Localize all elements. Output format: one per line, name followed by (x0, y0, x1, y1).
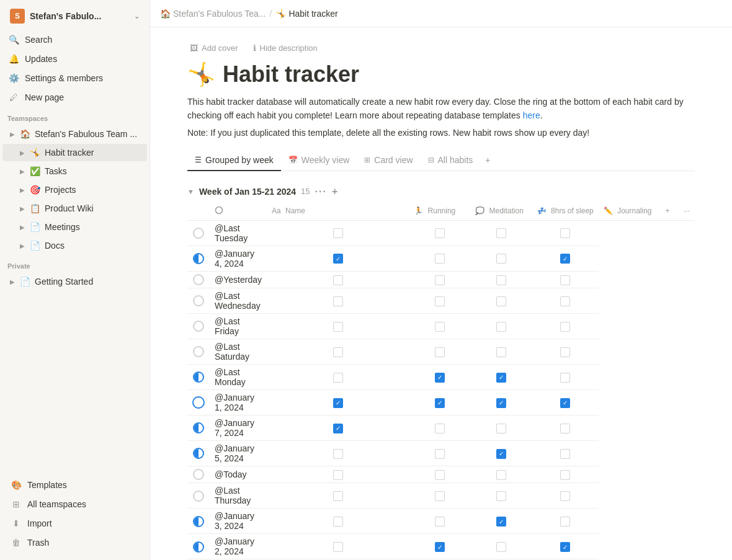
sidebar-item-updates[interactable]: 🔔 Updates (2, 50, 147, 68)
habit-cell[interactable] (409, 339, 470, 365)
row-name-cell[interactable]: @January 4, 2024 (210, 246, 267, 271)
checkbox-unchecked[interactable] (560, 449, 570, 459)
habit-cell[interactable] (409, 288, 470, 314)
row-name-cell[interactable]: @Last Wednesday (210, 288, 267, 314)
habit-cell[interactable] (470, 246, 532, 271)
group-options-button[interactable]: ··· (315, 186, 327, 197)
checkbox-checked[interactable] (333, 254, 343, 264)
hide-description-button[interactable]: ℹ Hide description (251, 42, 320, 54)
checkbox-unchecked[interactable] (333, 470, 343, 480)
checkbox-unchecked[interactable] (496, 424, 506, 433)
row-circle[interactable] (187, 534, 210, 559)
habit-cell[interactable] (409, 390, 470, 416)
checkbox-unchecked[interactable] (560, 491, 570, 501)
checkbox-checked[interactable] (496, 449, 506, 459)
row-name-cell[interactable]: @January 2, 2024 (210, 534, 267, 559)
habit-cell[interactable] (409, 441, 470, 466)
sidebar-item-product[interactable]: ▶ 📋 Product Wiki (2, 200, 147, 217)
checkbox-checked[interactable] (435, 398, 445, 408)
habit-cell[interactable] (532, 509, 599, 534)
habit-cell[interactable] (532, 534, 599, 559)
checkbox-unchecked[interactable] (333, 491, 343, 501)
habit-cell[interactable] (409, 314, 470, 339)
checkbox-unchecked[interactable] (435, 347, 445, 357)
habit-cell[interactable] (267, 246, 409, 271)
workspace-button[interactable]: S Stefan's Fabulo... ⌄ (5, 5, 145, 27)
habit-cell[interactable] (470, 390, 532, 416)
habit-cell[interactable] (532, 220, 599, 246)
row-circle[interactable] (187, 390, 210, 416)
habit-cell[interactable] (470, 416, 532, 441)
checkbox-unchecked[interactable] (333, 373, 343, 383)
checkbox-checked[interactable] (560, 254, 570, 264)
habit-cell[interactable] (267, 509, 409, 534)
tab-weekly-view[interactable]: 📅 Weekly view (281, 150, 357, 171)
checkbox-unchecked[interactable] (496, 296, 506, 306)
sidebar-item-trash[interactable]: 🗑 Trash (5, 533, 145, 552)
habit-cell[interactable] (470, 441, 532, 466)
tab-all-habits[interactable]: ⊟ All habits (421, 150, 481, 171)
habit-cell[interactable] (470, 271, 532, 288)
checkbox-unchecked[interactable] (496, 228, 506, 238)
sidebar-item-search[interactable]: 🔍 Search (2, 30, 147, 49)
habit-cell[interactable] (267, 339, 409, 365)
tab-card-view[interactable]: ⊞ Card view (357, 150, 420, 171)
checkbox-checked[interactable] (333, 398, 343, 408)
checkbox-unchecked[interactable] (496, 491, 506, 501)
row-name-cell[interactable]: @Last Friday (210, 314, 267, 339)
row-name-cell[interactable]: @January 7, 2024 (210, 416, 267, 441)
row-circle[interactable] (187, 466, 210, 483)
habit-cell[interactable] (470, 339, 532, 365)
habit-cell[interactable] (267, 390, 409, 416)
checkbox-unchecked[interactable] (435, 322, 445, 332)
habit-cell[interactable] (267, 441, 409, 466)
row-name-cell[interactable]: @Today (210, 466, 267, 483)
row-circle[interactable] (187, 271, 210, 288)
habit-cell[interactable] (532, 339, 599, 365)
th-more[interactable]: ··· (679, 202, 695, 221)
habit-cell[interactable] (532, 288, 599, 314)
checkbox-checked[interactable] (496, 373, 506, 383)
habit-cell[interactable] (470, 314, 532, 339)
checkbox-unchecked[interactable] (435, 491, 445, 501)
habit-cell[interactable] (409, 271, 470, 288)
checkbox-unchecked[interactable] (560, 296, 570, 306)
checkbox-unchecked[interactable] (333, 275, 343, 285)
habit-cell[interactable] (409, 534, 470, 559)
row-name-cell[interactable]: @Last Saturday (210, 339, 267, 365)
habit-cell[interactable] (470, 220, 532, 246)
row-name-cell[interactable]: @Last Monday (210, 365, 267, 390)
habit-cell[interactable] (409, 220, 470, 246)
checkbox-unchecked[interactable] (496, 322, 506, 332)
row-circle[interactable] (187, 288, 210, 314)
row-name-cell[interactable]: @January 5, 2024 (210, 441, 267, 466)
row-circle[interactable] (187, 220, 210, 246)
breadcrumb-team[interactable]: 🏠 Stefan's Fabulous Tea... (160, 9, 266, 19)
th-add[interactable]: + (660, 202, 679, 221)
habit-cell[interactable] (409, 509, 470, 534)
habit-cell[interactable] (409, 483, 470, 509)
habit-cell[interactable] (267, 416, 409, 441)
checkbox-unchecked[interactable] (560, 517, 570, 527)
habit-cell[interactable] (532, 271, 599, 288)
habit-cell[interactable] (267, 365, 409, 390)
habit-cell[interactable] (532, 390, 599, 416)
habit-cell[interactable] (267, 483, 409, 509)
row-circle[interactable] (187, 483, 210, 509)
checkbox-checked[interactable] (435, 373, 445, 383)
habit-cell[interactable] (532, 466, 599, 483)
group-add-button[interactable]: + (332, 186, 337, 197)
group-toggle[interactable]: ▼ (187, 188, 194, 195)
habit-cell[interactable] (409, 365, 470, 390)
add-cover-button[interactable]: 🖼 Add cover (187, 42, 241, 54)
sidebar-item-settings[interactable]: ⚙️ Settings & members (2, 69, 147, 87)
sidebar-item-team[interactable]: ▶ 🏠 Stefan's Fabulous Team ... (2, 125, 147, 143)
breadcrumb-habit[interactable]: 🤸 Habit tracker (275, 9, 337, 19)
row-name-cell[interactable]: @Last Tuesday (210, 220, 267, 246)
habit-cell[interactable] (470, 466, 532, 483)
add-tab-button[interactable]: + (480, 150, 495, 170)
habit-cell[interactable] (532, 441, 599, 466)
checkbox-unchecked[interactable] (435, 228, 445, 238)
row-circle[interactable] (187, 441, 210, 466)
sidebar-item-templates[interactable]: 🎨 Templates (5, 476, 145, 494)
